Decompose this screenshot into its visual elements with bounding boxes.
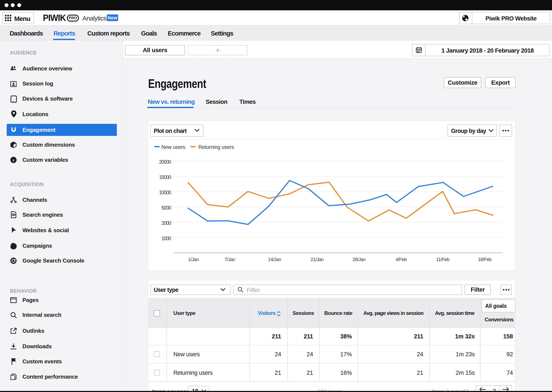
svg-text:20000: 20000 (159, 159, 171, 165)
svg-text:1000: 1000 (162, 236, 171, 241)
svg-text:4/Feb: 4/Feb (395, 257, 407, 262)
svg-text:28/Jan: 28/Jan (352, 257, 366, 262)
svg-text:15000: 15000 (159, 175, 171, 180)
svg-text:5000: 5000 (162, 205, 171, 211)
svg-text:x: x (12, 158, 14, 162)
svg-text:2000: 2000 (162, 220, 171, 226)
svg-text:21/Jan: 21/Jan (310, 257, 323, 262)
svg-text:11/Feb: 11/Feb (436, 257, 450, 262)
svg-text:10000: 10000 (159, 190, 171, 195)
svg-text:7/Jan: 7/Jan (225, 257, 235, 262)
svg-text:14/Jan: 14/Jan (268, 257, 281, 262)
svg-text:18/Feb: 18/Feb (478, 257, 492, 262)
svg-text:1/Jan: 1/Jan (188, 257, 199, 262)
